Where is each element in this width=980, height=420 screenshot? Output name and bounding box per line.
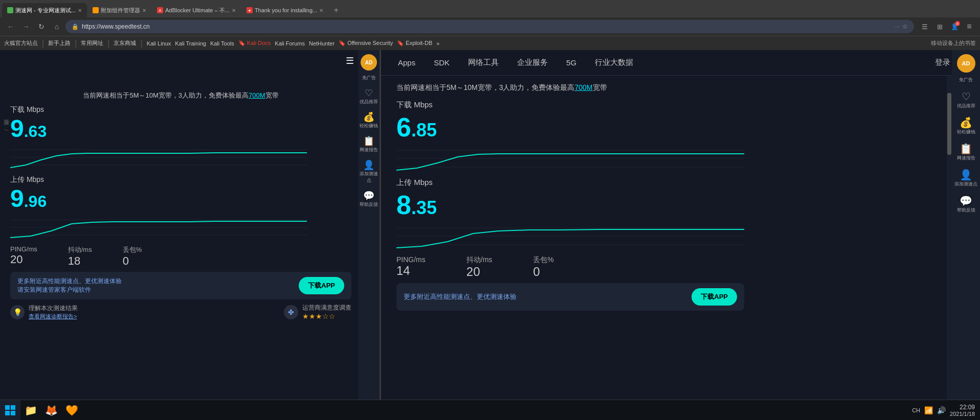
right-nav-network-tools[interactable]: 网络工具 [459, 50, 508, 75]
left-survey-icon: ✤ [284, 305, 298, 319]
right-upload-value: 8 .35 [396, 190, 965, 220]
bookmark-kali-docs[interactable]: 🔖 Kali Docs [238, 40, 271, 46]
bookmark-kali-training[interactable]: Kali Training [175, 40, 206, 46]
mobile-bookmarks[interactable]: 移动设备上的书签 [931, 39, 976, 47]
right-sidebar-earn[interactable]: 💰 轻松赚钱 [957, 116, 975, 135]
taskbar-language[interactable]: CH [912, 407, 920, 413]
taskbar-time: 22:09 [950, 404, 975, 411]
right-jitter-value: 20 [466, 265, 493, 279]
right-nav-apps[interactable]: Apps [389, 50, 425, 75]
taskbar-speaker-icon[interactable]: 🔊 [937, 406, 946, 414]
tab-speedtest[interactable]: 测速网 - 专业网速测试... ✕ [2, 3, 87, 17]
right-scrollbar-thumb[interactable] [947, 93, 951, 155]
right-sidebar-report[interactable]: 📋 网速报告 [957, 143, 975, 161]
address-bar[interactable]: 🔒 https://www.speedtest.cn ··· ☆ [65, 20, 914, 33]
bookmark-firefoxofficial[interactable]: 火狐官方站点 [4, 39, 38, 47]
tab-addons[interactable]: 附加组件管理器 ✕ [87, 3, 151, 17]
left-diagnose-link[interactable]: 查看网速诊断报告> [29, 313, 78, 320]
right-nav-sdk[interactable]: SDK [425, 50, 459, 75]
right-sidebar-help[interactable]: 💬 帮助反馈 [957, 195, 975, 214]
right-stats-row: PING/ms 14 抖动/ms 20 丢包% 0 [396, 255, 965, 279]
bookmark-kali-forums[interactable]: Kali Forums [275, 40, 305, 46]
left-sidebar-help[interactable]: 💬 帮助反馈 [360, 190, 378, 208]
nav-back-button[interactable]: ← [4, 20, 17, 33]
bookmark-common[interactable]: 常用网址 [81, 39, 103, 47]
bookmark-kali-tools[interactable]: Kali Tools [210, 40, 234, 46]
address-options-icon[interactable]: ··· [895, 24, 899, 30]
right-content: 当前网速相当于5M～10M宽带，3人助力，免费体验最高700M宽带 下载 Mbp… [381, 76, 980, 318]
right-sidebar-addnode[interactable]: 👤 添加测速点 [954, 169, 977, 188]
right-ad-sidebar: AD 免广告 ♡ 优品推荐 💰 轻松赚钱 📋 网速报告 👤 添加测速点 [952, 50, 980, 420]
svg-rect-15 [11, 411, 15, 415]
right-nav-5g[interactable]: 5G [557, 50, 586, 75]
tab-title-1: 测速网 - 专业网速测试... [15, 7, 76, 14]
bookmark-nethunter[interactable]: NetHunter [309, 40, 335, 46]
left-upload-graph [10, 215, 307, 240]
left-download-app-button[interactable]: 下载APP [299, 277, 344, 294]
svg-rect-12 [5, 405, 10, 410]
right-promo-suffix: 宽带 [593, 83, 607, 91]
left-ad-avatar[interactable]: AD [361, 54, 377, 71]
right-nav-enterprise[interactable]: 企业服务 [508, 50, 557, 75]
left-menu-icon[interactable]: ☰ [346, 55, 354, 66]
tab-adblocker[interactable]: A AdBlocker Ultimate – 不... ✕ [152, 3, 241, 17]
left-ad-sidebar: AD 免广告 ♡ 优品推荐 💰 轻松赚钱 📋 网速报告 👤 添加测速点 [358, 50, 380, 420]
nav-right-actions: ☰ ⊞ 👤 8 ≡ [918, 20, 976, 33]
right-ping-stat: PING/ms 14 [396, 255, 426, 279]
left-survey-stars[interactable]: ★★★☆☆ [302, 312, 351, 320]
nav-reader-button[interactable]: ☰ [918, 20, 931, 33]
left-ping-stat: PING/ms 20 [10, 245, 37, 268]
nav-sync-button[interactable]: 👤 8 [948, 20, 961, 33]
left-loss-value: 0 [123, 254, 142, 268]
tab-close-1[interactable]: ✕ [78, 8, 82, 13]
left-sidebar-earn[interactable]: 💰 轻松赚钱 [360, 111, 378, 129]
right-promo-link[interactable]: 700M [574, 83, 592, 91]
left-sidebar-recommend[interactable]: ♡ 优品推荐 [360, 87, 378, 105]
tab-add-button[interactable]: + [329, 3, 343, 17]
tab-close-2[interactable]: ✕ [142, 8, 146, 13]
taskbar-app3[interactable]: 🧡 [61, 400, 82, 421]
tab-close-4[interactable]: ✕ [319, 8, 323, 13]
taskbar-network-icon[interactable]: 📶 [924, 406, 933, 414]
tab-thankyou[interactable]: ● Thank you for installing... ✕ [241, 3, 328, 17]
bookmark-exploitdb[interactable]: 🔖 Exploit-DB [397, 40, 432, 46]
bookmark-jd[interactable]: 京东商城 [114, 39, 136, 47]
tab-title-3: AdBlocker Ultimate – 不... [165, 7, 230, 14]
bookmark-more[interactable]: » [436, 40, 439, 46]
svg-rect-13 [11, 405, 15, 410]
taskbar-file-explorer[interactable]: 📁 [20, 400, 41, 421]
right-sidebar-recommend[interactable]: ♡ 优品推荐 [957, 90, 975, 109]
right-scrollbar[interactable] [947, 76, 952, 420]
svg-rect-14 [5, 411, 10, 415]
tab-close-3[interactable]: ✕ [232, 8, 236, 13]
start-button[interactable] [0, 400, 20, 421]
left-speedtest-content: /量程 当前网速相当于5M～10M宽带，3人助力，免费体验最高700M宽带 下载… [0, 50, 380, 420]
left-promo-link[interactable]: 700M [249, 91, 265, 99]
taskbar-date: 2021/1/18 [950, 411, 975, 417]
left-bottom-right: ✤ 运营商满意度调查 ★★★☆☆ [284, 304, 351, 320]
tab-bar: 测速网 - 专业网速测试... ✕ 附加组件管理器 ✕ A AdBlocker … [0, 0, 980, 17]
nav-menu-button[interactable]: ≡ [963, 20, 976, 33]
left-sidebar-addnode[interactable]: 👤 添加测速点 [358, 159, 380, 184]
taskbar-firefox[interactable]: 🦊 [41, 400, 61, 421]
nav-bookmark-list-button[interactable]: ⊞ [933, 20, 946, 33]
bookmark-offensive[interactable]: 🔖 Offensive Security [339, 40, 393, 46]
nav-refresh-button[interactable]: ↻ [35, 20, 48, 33]
bookmark-star-icon[interactable]: ☆ [902, 23, 908, 30]
left-cta-text: 更多附近高性能测速点、更优测速体验 请安装网速管家客户端软件 [17, 277, 122, 294]
browser-window: 测速网 - 专业网速测试... ✕ 附加组件管理器 ✕ A AdBlocker … [0, 0, 980, 420]
bookmark-kali-linux[interactable]: Kali Linux [147, 40, 171, 46]
left-download-value: 9 .63 [10, 114, 351, 143]
left-jitter-label: 抖动/ms [68, 245, 92, 254]
right-download-app-button[interactable]: 下载APP [692, 288, 737, 306]
right-ad-avatar[interactable]: AD [957, 54, 975, 73]
windows-taskbar: 📁 🦊 🧡 CH 📶 🔊 22:09 2021/1/18 [0, 400, 980, 420]
left-ping-label: PING/ms [10, 245, 37, 253]
bookmark-newbie[interactable]: 新手上路 [48, 39, 71, 47]
nav-forward-button[interactable]: → [19, 20, 33, 33]
left-bottom-row: 💡 理解本次测速结果 查看网速诊断报告> ✤ 运营商满意度调查 ★★★☆☆ [10, 304, 351, 320]
left-sidebar-report[interactable]: 📋 网速报告 [360, 135, 378, 153]
nav-home-button[interactable]: ⌂ [50, 20, 63, 33]
right-nav-bigdata[interactable]: 行业大数据 [586, 50, 642, 75]
left-ping-value: 20 [10, 253, 37, 266]
